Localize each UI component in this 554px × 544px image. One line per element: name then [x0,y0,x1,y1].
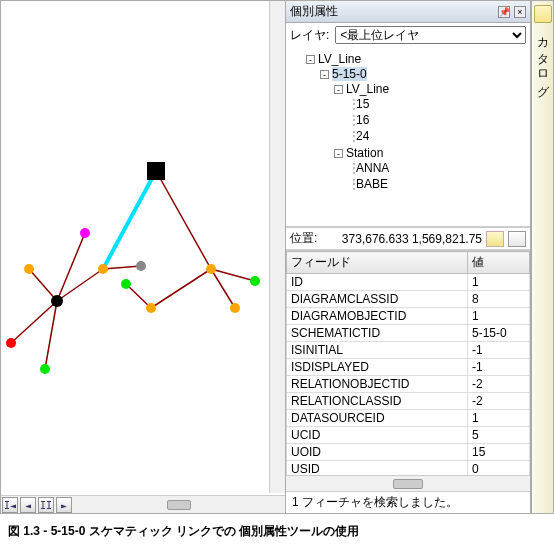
flash-icon[interactable] [486,231,504,247]
col-value[interactable]: 値 [467,252,529,274]
status-text: 1 フィーチャを検索しました。 [286,491,530,513]
table-row[interactable]: DIAGRAMOBJECTID1 [287,308,530,325]
svg-point-16 [40,364,50,374]
tree-leaf[interactable]: ⋮24 [348,128,524,144]
figure-caption: 図 1.3 - 5-15-0 スケマティック リンクでの 個別属性ツールの使用 [0,519,554,544]
layer-select[interactable]: <最上位レイヤ [335,26,526,44]
svg-point-14 [24,264,34,274]
table-row[interactable]: RELATIONCLASSID-2 [287,393,530,410]
svg-point-17 [80,228,90,238]
svg-rect-12 [147,162,165,180]
svg-point-18 [98,264,108,274]
table-row[interactable]: ID1 [287,274,530,291]
col-field[interactable]: フィールド [287,252,468,274]
close-icon[interactable]: × [514,6,526,18]
tree-node-station[interactable]: Station [346,146,383,160]
schematic-canvas[interactable]: I◄ ◄ II ► [1,1,286,513]
table-row[interactable]: UOID15 [287,444,530,461]
tree-leaf[interactable]: ⋮BABE [348,176,524,192]
nav-first[interactable]: I◄ [2,497,18,513]
svg-line-2 [29,269,57,301]
tree-node-schematic[interactable]: 5-15-0 [332,67,367,81]
attribute-table[interactable]: フィールド 値 ID1DIAGRAMCLASSID8DIAGRAMOBJECTI… [286,250,530,475]
svg-line-0 [103,171,156,269]
svg-point-19 [136,261,146,271]
canvas-hscroll[interactable] [73,496,285,513]
panel-title: 個別属性 [290,3,338,20]
side-tab-label[interactable]: カタログ [534,29,551,93]
svg-point-13 [51,295,63,307]
tree-leaf[interactable]: ⋮ANNA [348,160,524,176]
table-row[interactable]: DATASOURCEID1 [287,410,530,427]
zoom-icon[interactable] [508,231,526,247]
location-coords: 373,676.633 1,569,821.75 [342,232,482,246]
svg-line-8 [126,284,151,308]
tree-view[interactable]: -LV_Line -5-15-0 -LV_Line ⋮15⋮16⋮24 -Sta… [286,47,530,227]
table-row[interactable]: RELATIONOBJECTID-2 [287,376,530,393]
tree-leaf[interactable]: ⋮15 [348,96,524,112]
attr-hscroll[interactable] [286,475,530,491]
svg-point-15 [6,338,16,348]
layer-label: レイヤ: [290,27,329,44]
svg-point-20 [121,279,131,289]
pin-icon[interactable]: 📌 [498,6,510,18]
canvas-vscroll[interactable] [269,1,285,493]
svg-line-7 [103,266,141,269]
tree-leaf[interactable]: ⋮16 [348,112,524,128]
tree-root[interactable]: LV_Line [318,52,361,66]
svg-point-24 [250,276,260,286]
nav-prev[interactable]: ◄ [20,497,36,513]
svg-point-21 [146,303,156,313]
tree-node-lvline[interactable]: LV_Line [346,82,389,96]
nav-next[interactable]: ► [56,497,72,513]
table-row[interactable]: UCID5 [287,427,530,444]
svg-line-1 [156,171,211,269]
table-row[interactable]: ISINITIAL-1 [287,342,530,359]
location-label: 位置: [290,230,317,247]
catalog-icon[interactable] [534,5,552,23]
table-row[interactable]: SCHEMATICTID5-15-0 [287,325,530,342]
svg-point-23 [230,303,240,313]
table-row[interactable]: USID0 [287,461,530,476]
svg-line-9 [151,269,211,308]
svg-point-22 [206,264,216,274]
table-row[interactable]: DIAGRAMCLASSID8 [287,291,530,308]
table-row[interactable]: ISDISPLAYED-1 [287,359,530,376]
nav-pause[interactable]: II [38,497,54,513]
